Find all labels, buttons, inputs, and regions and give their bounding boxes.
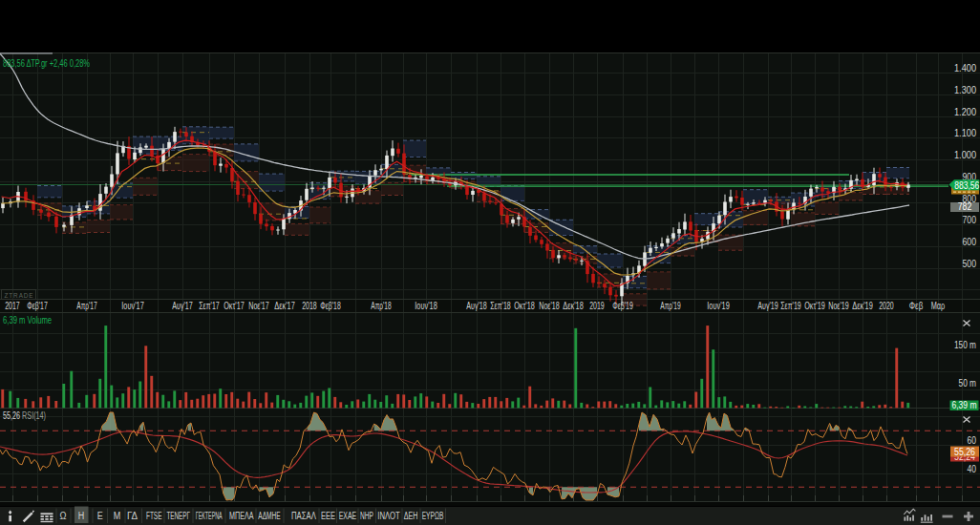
svg-text:1.300: 1.300 <box>954 84 976 95</box>
svg-text:ΜΠΕΛΑ: ΜΠΕΛΑ <box>229 511 254 521</box>
svg-text:600: 600 <box>963 236 977 247</box>
svg-text:Μ: Μ <box>114 511 121 521</box>
svg-text:Αυγ'17: Αυγ'17 <box>172 300 193 311</box>
svg-text:Απρ'17: Απρ'17 <box>76 300 97 311</box>
svg-text:Απρ'19: Απρ'19 <box>660 300 681 311</box>
svg-text:Σεπ'18: Σεπ'18 <box>490 300 511 311</box>
svg-text:Ιουν'18: Ιουν'18 <box>415 300 437 311</box>
svg-text:Απρ'18: Απρ'18 <box>371 300 392 311</box>
svg-text:60: 60 <box>968 434 977 446</box>
svg-text:Φεβ'17: Φεβ'17 <box>27 300 48 311</box>
svg-text:Φεβ'19: Φεβ'19 <box>612 300 633 311</box>
svg-text:1.400: 1.400 <box>954 62 976 74</box>
svg-text:782: 782 <box>958 200 972 212</box>
svg-text:ΓΔ: ΓΔ <box>127 511 138 521</box>
svg-text:40: 40 <box>968 463 977 474</box>
svg-text:1.200: 1.200 <box>954 106 976 117</box>
svg-text:Ω: Ω <box>60 511 67 521</box>
svg-text:Μαρ: Μαρ <box>931 300 946 311</box>
svg-text:Ιουν'17: Ιουν'17 <box>121 300 144 311</box>
svg-text:Νοε'18: Νοε'18 <box>539 300 560 311</box>
svg-text:ΕΕΕ: ΕΕΕ <box>321 511 335 521</box>
svg-text:Φεβ'18: Φεβ'18 <box>320 300 341 311</box>
svg-text:2019: 2019 <box>589 300 605 311</box>
svg-text:ΓΕΚΤΕΡΝΑ: ΓΕΚΤΕΡΝΑ <box>196 511 223 521</box>
svg-text:ΕΥΡΩΒ: ΕΥΡΩΒ <box>422 511 444 521</box>
svg-text:ΔΕΗ: ΔΕΗ <box>404 511 418 521</box>
svg-text:50 m: 50 m <box>959 377 977 388</box>
svg-text:Νοε'19: Νοε'19 <box>828 300 849 311</box>
svg-text:Ιουν'19: Ιουν'19 <box>707 300 730 311</box>
svg-text:Οκτ'19: Οκτ'19 <box>804 300 825 311</box>
svg-text:500: 500 <box>963 258 977 269</box>
svg-text:Σεπ'19: Σεπ'19 <box>780 300 801 311</box>
svg-text:Αυγ'19: Αυγ'19 <box>757 300 778 311</box>
svg-text:Οκτ'17: Οκτ'17 <box>224 300 245 311</box>
svg-text:6,39 m Volume: 6,39 m Volume <box>3 314 52 326</box>
svg-text:2017: 2017 <box>5 300 20 311</box>
svg-text:883,56: 883,56 <box>954 179 979 191</box>
svg-text:ΕΧΑΕ: ΕΧΑΕ <box>339 511 357 521</box>
svg-text:6,39 m: 6,39 m <box>952 400 977 410</box>
svg-text:700: 700 <box>963 214 977 225</box>
svg-text:2018: 2018 <box>302 300 317 311</box>
svg-text:Φεβ: Φεβ <box>909 300 924 311</box>
svg-text:883,56 ΔΤΡ.gr +2,46 0,28%: 883,56 ΔΤΡ.gr +2,46 0,28% <box>3 57 90 69</box>
svg-text:150 m: 150 m <box>954 339 976 350</box>
svg-text:1.100: 1.100 <box>954 127 976 138</box>
svg-text:ZTRADE: ZTRADE <box>5 291 34 300</box>
svg-text:Οκτ'18: Οκτ'18 <box>514 300 535 311</box>
svg-text:ΙΝΛΟΤ: ΙΝΛΟΤ <box>377 511 400 521</box>
svg-text:ΝΗΡ: ΝΗΡ <box>360 511 373 521</box>
svg-text:55,26 RSI(14): 55,26 RSI(14) <box>3 410 46 421</box>
svg-text:Η: Η <box>78 511 85 521</box>
svg-text:ΑΔΜΗΕ: ΑΔΜΗΕ <box>258 511 281 521</box>
svg-text:Αυγ'18: Αυγ'18 <box>466 300 487 311</box>
svg-text:Δεκ'19: Δεκ'19 <box>852 300 873 311</box>
svg-text:Δεκ'18: Δεκ'18 <box>563 300 584 311</box>
svg-text:2020: 2020 <box>879 300 894 311</box>
svg-text:ΠΑΣΑΛ: ΠΑΣΑΛ <box>291 511 316 521</box>
svg-text:FTSE: FTSE <box>146 511 162 521</box>
svg-text:Δεκ'17: Δεκ'17 <box>274 300 295 311</box>
svg-text:ΤΕΝΕΡΓ: ΤΕΝΕΡΓ <box>166 511 190 521</box>
svg-text:1.000: 1.000 <box>954 149 976 160</box>
svg-text:55,26: 55,26 <box>954 447 975 457</box>
svg-text:Σεπ'17: Σεπ'17 <box>199 300 220 311</box>
svg-text:Νοε'17: Νοε'17 <box>248 300 269 311</box>
svg-text:Ε: Ε <box>97 511 103 521</box>
